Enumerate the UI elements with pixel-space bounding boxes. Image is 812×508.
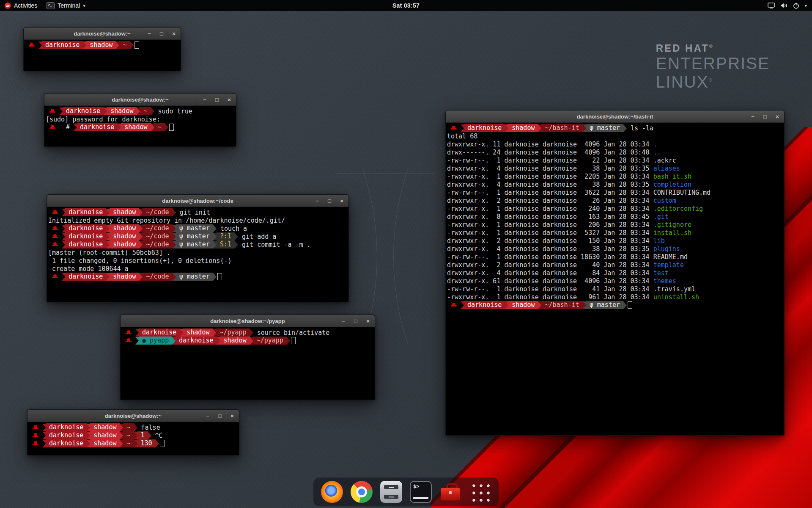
- powerline-separator-icon: [139, 233, 143, 240]
- close-button[interactable]: ×: [774, 113, 780, 120]
- terminal-content[interactable]: darknoiseshadow~ falsedarknoiseshadow~1 …: [27, 422, 239, 449]
- powerline-separator-icon: [59, 108, 63, 115]
- terminal-cursor: [160, 440, 165, 447]
- minimize-button[interactable]: −: [205, 413, 211, 419]
- file-name: install.sh: [653, 229, 691, 237]
- output-text: [sudo] password for darknoise:: [46, 116, 160, 123]
- powerline-separator-icon: [165, 124, 168, 131]
- terminal-content[interactable]: darknoiseshadow~/bash-itψ master ls -lat…: [446, 123, 784, 310]
- terminal-cursor: [628, 301, 632, 309]
- prompt-segment-hat: [122, 337, 135, 345]
- prompt-segment-gitd: S:1: [217, 240, 235, 248]
- powerline-separator-icon: [106, 209, 110, 216]
- files-app-icon[interactable]: [380, 481, 402, 503]
- prompt-segment-git: ψ master: [176, 273, 213, 281]
- titlebar[interactable]: darknoise@shadow:~ − □ ×: [27, 410, 239, 422]
- firefox-icon[interactable]: [321, 481, 343, 503]
- terminal-line: -rwxrwxr-x. 1 darknoise darknoise 5327 J…: [447, 229, 783, 237]
- window-controls: − □ ×: [340, 315, 371, 327]
- command-text: sudo true: [154, 108, 192, 115]
- powerline-separator-icon: [583, 301, 586, 309]
- command-text: false: [137, 424, 160, 431]
- command-text: git commit -a -m .: [238, 241, 311, 248]
- maximize-button[interactable]: □: [326, 198, 332, 204]
- terminal-line: -rwxrwxr-x. 1 darknoise darknoise 206 Ja…: [447, 221, 783, 229]
- system-tray[interactable]: ▾: [768, 0, 812, 11]
- window-controls: − □ ×: [314, 195, 345, 207]
- prompt-segment-hat: [48, 208, 62, 216]
- minimize-button[interactable]: −: [340, 318, 346, 324]
- terminal-content[interactable]: darknoiseshadow~/pyapp source bin/activa…: [121, 327, 375, 346]
- minimize-button[interactable]: −: [314, 198, 320, 204]
- file-name: .gitignore: [653, 221, 691, 229]
- close-button[interactable]: ×: [229, 413, 235, 419]
- terminal-cursor: [291, 337, 296, 344]
- prompt-segment-host: shadow: [508, 301, 538, 309]
- powerline-separator-icon: [83, 41, 86, 49]
- terminal-content[interactable]: darknoiseshadow~: [24, 40, 181, 50]
- prompt-segment-gitd: ?:1: [217, 232, 235, 240]
- window-title: darknoise@shadow:~/bash-it: [577, 113, 653, 120]
- powerline-separator-icon: [106, 233, 110, 240]
- prompt-segment-hat: [46, 123, 59, 131]
- chrome-icon[interactable]: [351, 481, 373, 503]
- terminal-line: darknoiseshadow~/pyapp source bin/activa…: [122, 329, 373, 337]
- terminal-line: drwxrwxr-x. 11 darknoise darknoise 4096 …: [447, 140, 783, 148]
- output-text: Initialized empty Git repository in /hom…: [48, 217, 285, 224]
- terminal-line: -rw-rw-r--. 1 darknoise darknoise 18630 …: [447, 253, 783, 261]
- redhat-prompt-icon: [32, 439, 39, 447]
- maximize-button[interactable]: □: [214, 97, 220, 103]
- prompt-segment-host: shadow: [90, 439, 120, 447]
- prompt-segment-user: darknoise: [139, 329, 180, 337]
- close-button[interactable]: ×: [339, 198, 345, 204]
- app-menu-terminal[interactable]: >_ Terminal ▾: [42, 0, 90, 11]
- terminal-dock-icon[interactable]: $>: [410, 481, 432, 503]
- close-button[interactable]: ×: [171, 30, 177, 37]
- titlebar[interactable]: darknoise@shadow:~/pyapp − □ ×: [121, 315, 375, 327]
- terminal-line: darknoiseshadow~: [25, 41, 179, 49]
- titlebar[interactable]: darknoise@shadow:~/code − □ ×: [47, 195, 348, 207]
- toolbox-icon[interactable]: [439, 481, 461, 503]
- maximize-button[interactable]: □: [159, 30, 165, 37]
- prompt-segment-hat: [25, 41, 38, 49]
- minimize-button[interactable]: −: [202, 97, 208, 103]
- terminal-window-sudo: darknoise@shadow:~ − □ × darknoiseshadow…: [44, 93, 236, 147]
- powerline-separator-icon: [87, 424, 90, 431]
- titlebar[interactable]: darknoise@shadow:~ − □ ×: [24, 28, 181, 40]
- clock[interactable]: Sat 03:57: [392, 2, 420, 9]
- maximize-button[interactable]: □: [217, 413, 223, 419]
- file-meta: drwxrwxr-x. 2 darknoise darknoise 40 Jan…: [447, 261, 653, 269]
- powerline-separator-icon: [505, 124, 508, 132]
- maximize-button[interactable]: □: [353, 318, 359, 324]
- minimize-button[interactable]: −: [750, 113, 756, 120]
- prompt-segment-path: ~: [123, 431, 134, 439]
- close-button[interactable]: ×: [365, 318, 371, 324]
- prompt-segment-path: ~/code: [143, 208, 172, 216]
- terminal-cursor: [134, 41, 139, 49]
- terminal-line: ● pyappdarknoiseshadow~/pyapp: [122, 337, 373, 345]
- terminal-line: 1 file changed, 0 insertions(+), 0 delet…: [48, 257, 347, 265]
- redhat-prompt-icon: [32, 423, 39, 431]
- terminal-line: darknoiseshadow~/codeψ masterS:1 git com…: [48, 240, 347, 248]
- powerline-separator-icon: [173, 225, 176, 232]
- terminal-line: total 68: [447, 132, 783, 140]
- file-meta: -rwxrwxr-x. 1 darknoise darknoise 206 Ja…: [447, 221, 653, 229]
- powerline-separator-icon: [151, 108, 154, 115]
- redhat-prompt-icon: [52, 224, 58, 232]
- wallpaper-line-decoration: [336, 173, 434, 174]
- activities-button[interactable]: Activities: [0, 0, 42, 11]
- file-name: custom: [653, 197, 676, 204]
- minimize-button[interactable]: −: [146, 30, 152, 37]
- terminal-content[interactable]: darknoiseshadow~ sudo true[sudo] passwor…: [44, 106, 236, 133]
- titlebar[interactable]: darknoise@shadow:~/bash-it − □ ×: [446, 110, 784, 123]
- terminal-window-home-1: darknoise@shadow:~ − □ × darknoiseshadow…: [23, 27, 181, 71]
- terminal-content[interactable]: darknoiseshadow~/code git initInitialize…: [47, 207, 348, 282]
- app-menu-label: Terminal: [58, 2, 80, 9]
- show-applications-icon[interactable]: [469, 481, 491, 503]
- maximize-button[interactable]: □: [762, 113, 768, 120]
- powerline-separator-icon: [156, 440, 159, 447]
- terminal-line: darknoiseshadow~/bash-itψ master ls -la: [447, 124, 783, 132]
- prompt-segment-path: ~/pyapp: [216, 329, 250, 337]
- titlebar[interactable]: darknoise@shadow:~ − □ ×: [44, 94, 236, 106]
- close-button[interactable]: ×: [226, 97, 232, 103]
